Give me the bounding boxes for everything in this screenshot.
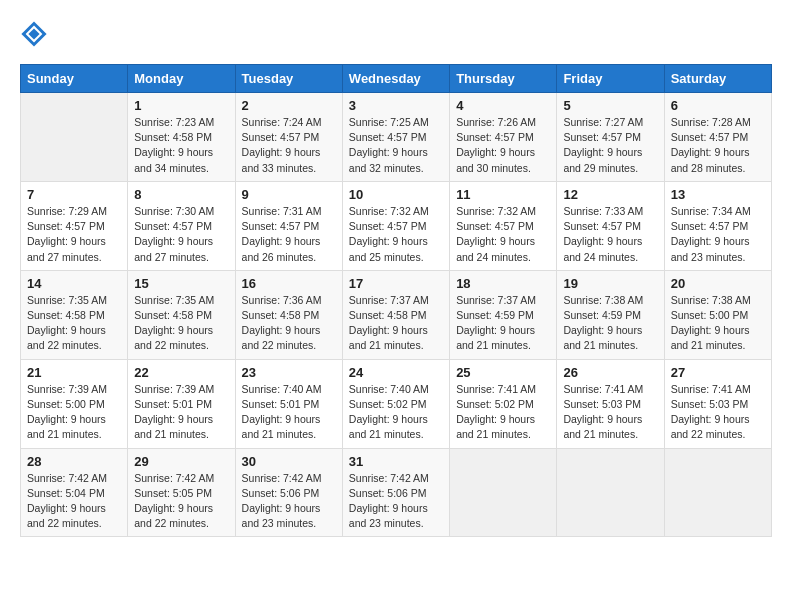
day-number: 10 [349,187,443,202]
calendar-cell: 22Sunrise: 7:39 AMSunset: 5:01 PMDayligh… [128,359,235,448]
calendar-cell: 25Sunrise: 7:41 AMSunset: 5:02 PMDayligh… [450,359,557,448]
day-info: Sunrise: 7:35 AMSunset: 4:58 PMDaylight:… [27,293,121,354]
day-info: Sunrise: 7:28 AMSunset: 4:57 PMDaylight:… [671,115,765,176]
day-info: Sunrise: 7:32 AMSunset: 4:57 PMDaylight:… [349,204,443,265]
calendar-cell: 14Sunrise: 7:35 AMSunset: 4:58 PMDayligh… [21,270,128,359]
weekday-header-tuesday: Tuesday [235,65,342,93]
calendar-week-1: 1Sunrise: 7:23 AMSunset: 4:58 PMDaylight… [21,93,772,182]
calendar-cell: 9Sunrise: 7:31 AMSunset: 4:57 PMDaylight… [235,181,342,270]
day-info: Sunrise: 7:42 AMSunset: 5:06 PMDaylight:… [242,471,336,532]
weekday-header-thursday: Thursday [450,65,557,93]
day-info: Sunrise: 7:27 AMSunset: 4:57 PMDaylight:… [563,115,657,176]
calendar-cell: 31Sunrise: 7:42 AMSunset: 5:06 PMDayligh… [342,448,449,537]
calendar-cell [664,448,771,537]
day-number: 1 [134,98,228,113]
day-number: 11 [456,187,550,202]
day-number: 14 [27,276,121,291]
day-info: Sunrise: 7:39 AMSunset: 5:01 PMDaylight:… [134,382,228,443]
day-info: Sunrise: 7:39 AMSunset: 5:00 PMDaylight:… [27,382,121,443]
day-number: 2 [242,98,336,113]
day-info: Sunrise: 7:26 AMSunset: 4:57 PMDaylight:… [456,115,550,176]
day-info: Sunrise: 7:30 AMSunset: 4:57 PMDaylight:… [134,204,228,265]
calendar-cell [557,448,664,537]
day-info: Sunrise: 7:41 AMSunset: 5:02 PMDaylight:… [456,382,550,443]
weekday-header-monday: Monday [128,65,235,93]
calendar-cell: 10Sunrise: 7:32 AMSunset: 4:57 PMDayligh… [342,181,449,270]
day-number: 17 [349,276,443,291]
calendar-cell [21,93,128,182]
calendar-week-4: 21Sunrise: 7:39 AMSunset: 5:00 PMDayligh… [21,359,772,448]
day-number: 18 [456,276,550,291]
day-number: 16 [242,276,336,291]
day-number: 22 [134,365,228,380]
calendar-cell: 13Sunrise: 7:34 AMSunset: 4:57 PMDayligh… [664,181,771,270]
day-info: Sunrise: 7:37 AMSunset: 4:59 PMDaylight:… [456,293,550,354]
day-number: 5 [563,98,657,113]
calendar-week-3: 14Sunrise: 7:35 AMSunset: 4:58 PMDayligh… [21,270,772,359]
day-number: 9 [242,187,336,202]
day-info: Sunrise: 7:40 AMSunset: 5:02 PMDaylight:… [349,382,443,443]
calendar-cell: 7Sunrise: 7:29 AMSunset: 4:57 PMDaylight… [21,181,128,270]
calendar-cell: 19Sunrise: 7:38 AMSunset: 4:59 PMDayligh… [557,270,664,359]
calendar-cell: 4Sunrise: 7:26 AMSunset: 4:57 PMDaylight… [450,93,557,182]
day-info: Sunrise: 7:41 AMSunset: 5:03 PMDaylight:… [671,382,765,443]
day-info: Sunrise: 7:33 AMSunset: 4:57 PMDaylight:… [563,204,657,265]
day-number: 8 [134,187,228,202]
calendar-cell: 23Sunrise: 7:40 AMSunset: 5:01 PMDayligh… [235,359,342,448]
day-info: Sunrise: 7:25 AMSunset: 4:57 PMDaylight:… [349,115,443,176]
calendar-cell: 8Sunrise: 7:30 AMSunset: 4:57 PMDaylight… [128,181,235,270]
day-info: Sunrise: 7:40 AMSunset: 5:01 PMDaylight:… [242,382,336,443]
calendar-cell: 27Sunrise: 7:41 AMSunset: 5:03 PMDayligh… [664,359,771,448]
day-info: Sunrise: 7:41 AMSunset: 5:03 PMDaylight:… [563,382,657,443]
day-info: Sunrise: 7:42 AMSunset: 5:06 PMDaylight:… [349,471,443,532]
logo-icon [20,20,48,48]
day-info: Sunrise: 7:38 AMSunset: 4:59 PMDaylight:… [563,293,657,354]
day-number: 3 [349,98,443,113]
calendar-cell: 29Sunrise: 7:42 AMSunset: 5:05 PMDayligh… [128,448,235,537]
weekday-header-wednesday: Wednesday [342,65,449,93]
day-info: Sunrise: 7:35 AMSunset: 4:58 PMDaylight:… [134,293,228,354]
weekday-header-sunday: Sunday [21,65,128,93]
day-number: 19 [563,276,657,291]
day-info: Sunrise: 7:37 AMSunset: 4:58 PMDaylight:… [349,293,443,354]
calendar-body: 1Sunrise: 7:23 AMSunset: 4:58 PMDaylight… [21,93,772,537]
calendar-cell: 11Sunrise: 7:32 AMSunset: 4:57 PMDayligh… [450,181,557,270]
calendar-cell: 16Sunrise: 7:36 AMSunset: 4:58 PMDayligh… [235,270,342,359]
day-number: 12 [563,187,657,202]
day-info: Sunrise: 7:24 AMSunset: 4:57 PMDaylight:… [242,115,336,176]
day-number: 15 [134,276,228,291]
day-info: Sunrise: 7:42 AMSunset: 5:04 PMDaylight:… [27,471,121,532]
calendar-cell: 3Sunrise: 7:25 AMSunset: 4:57 PMDaylight… [342,93,449,182]
day-number: 27 [671,365,765,380]
calendar-cell: 2Sunrise: 7:24 AMSunset: 4:57 PMDaylight… [235,93,342,182]
day-number: 20 [671,276,765,291]
calendar-header: SundayMondayTuesdayWednesdayThursdayFrid… [21,65,772,93]
day-number: 24 [349,365,443,380]
day-number: 31 [349,454,443,469]
weekday-header-friday: Friday [557,65,664,93]
day-info: Sunrise: 7:23 AMSunset: 4:58 PMDaylight:… [134,115,228,176]
day-info: Sunrise: 7:42 AMSunset: 5:05 PMDaylight:… [134,471,228,532]
day-info: Sunrise: 7:31 AMSunset: 4:57 PMDaylight:… [242,204,336,265]
day-number: 28 [27,454,121,469]
calendar-cell [450,448,557,537]
calendar-cell: 30Sunrise: 7:42 AMSunset: 5:06 PMDayligh… [235,448,342,537]
calendar-cell: 1Sunrise: 7:23 AMSunset: 4:58 PMDaylight… [128,93,235,182]
calendar-cell: 12Sunrise: 7:33 AMSunset: 4:57 PMDayligh… [557,181,664,270]
calendar-cell: 6Sunrise: 7:28 AMSunset: 4:57 PMDaylight… [664,93,771,182]
weekday-header-saturday: Saturday [664,65,771,93]
day-info: Sunrise: 7:29 AMSunset: 4:57 PMDaylight:… [27,204,121,265]
logo [20,20,52,48]
day-number: 29 [134,454,228,469]
day-info: Sunrise: 7:38 AMSunset: 5:00 PMDaylight:… [671,293,765,354]
day-number: 26 [563,365,657,380]
day-number: 25 [456,365,550,380]
day-number: 13 [671,187,765,202]
calendar-cell: 24Sunrise: 7:40 AMSunset: 5:02 PMDayligh… [342,359,449,448]
calendar-cell: 28Sunrise: 7:42 AMSunset: 5:04 PMDayligh… [21,448,128,537]
calendar-cell: 17Sunrise: 7:37 AMSunset: 4:58 PMDayligh… [342,270,449,359]
calendar-cell: 18Sunrise: 7:37 AMSunset: 4:59 PMDayligh… [450,270,557,359]
calendar-table: SundayMondayTuesdayWednesdayThursdayFrid… [20,64,772,537]
day-number: 23 [242,365,336,380]
day-number: 6 [671,98,765,113]
